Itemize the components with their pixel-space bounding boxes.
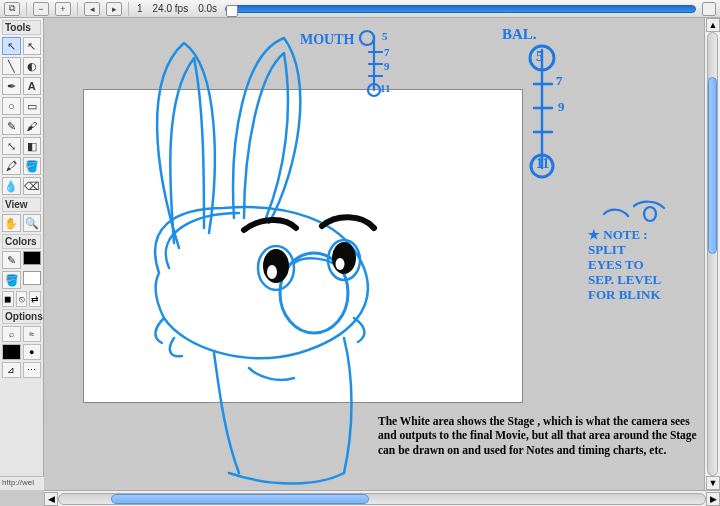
next-keyframe-button[interactable]: ▸ <box>106 2 122 16</box>
anno-mouth-mark-7: 7 <box>384 46 390 59</box>
anno-mouth-mark-9: 9 <box>384 60 390 73</box>
timeline-end-button[interactable] <box>702 2 716 16</box>
tools-header: Tools <box>2 20 41 35</box>
bucket-icon: 🪣 <box>25 160 39 173</box>
option-straighten[interactable]: ⊿ <box>2 362 21 378</box>
stroke-color-swatch[interactable] <box>23 251 41 265</box>
zoom-out-button[interactable]: − <box>33 2 49 16</box>
toolbar-divider <box>77 2 78 16</box>
edit-scene-button[interactable]: ⧉ <box>4 2 20 16</box>
fill-transform-tool[interactable]: ◧ <box>23 137 42 155</box>
hand-icon: ✋ <box>4 217 18 230</box>
stage-workspace[interactable]: MOUTH 5 7 9 11 BAL. 5 7 9 11 ★ NOTE : SP… <box>44 18 720 490</box>
option-snap[interactable]: ⌕ <box>2 326 21 342</box>
option-brush-size[interactable] <box>2 344 21 360</box>
rect-icon: ▭ <box>27 100 37 113</box>
oval-tool[interactable]: ○ <box>2 97 21 115</box>
colors-header: Colors <box>2 234 41 249</box>
anno-mouth-mark-11: 11 <box>380 82 390 95</box>
timeline-toolbar: ⧉ − + ◂ ▸ 1 24.0 fps 0.0s <box>0 0 720 18</box>
anno-bal-mark-11: 11 <box>536 156 549 172</box>
lasso-icon: ◐ <box>27 60 37 73</box>
pencil-icon: ✎ <box>7 120 16 133</box>
black-white-icon: ◼ <box>4 294 11 304</box>
fps-readout: 24.0 fps <box>151 3 191 14</box>
status-url: http://wel <box>0 476 44 490</box>
pen-tool[interactable]: ✒ <box>2 77 21 95</box>
toolbar-divider <box>128 2 129 16</box>
bucket-mini-icon: 🪣 <box>5 274 19 287</box>
swap-icon: ⇄ <box>31 294 39 304</box>
current-frame: 1 <box>135 3 145 14</box>
timeline-scrubber[interactable] <box>225 5 696 13</box>
prev-keyframe-button[interactable]: ◂ <box>84 2 100 16</box>
zoom-icon: 🔍 <box>25 217 39 230</box>
option-smooth[interactable]: ≈ <box>23 326 42 342</box>
toolbar-divider <box>26 2 27 16</box>
anno-mouth-label: MOUTH <box>300 32 354 48</box>
stage-caption: The White area shows the Stage , which i… <box>378 414 698 457</box>
brush-icon: 🖌 <box>26 120 37 132</box>
text-tool[interactable]: A <box>23 77 42 95</box>
swap-colors-button[interactable]: ⇄ <box>29 291 41 307</box>
zoom-in-button[interactable]: + <box>55 2 71 16</box>
view-header: View <box>2 197 41 212</box>
scroll-down-button[interactable]: ▼ <box>706 476 720 490</box>
hscroll-track[interactable] <box>58 493 706 505</box>
eyedropper-icon: 💧 <box>4 180 18 193</box>
none-icon: ⦸ <box>19 294 25 305</box>
vertical-scrollbar[interactable]: ▲ ▼ <box>704 18 720 490</box>
scroll-up-button[interactable]: ▲ <box>706 18 720 32</box>
line-icon: ╲ <box>8 60 15 73</box>
anno-bal-mark-7: 7 <box>556 74 563 89</box>
selection-tool[interactable]: ↖ <box>2 37 21 55</box>
pencil-mini-icon: ✎ <box>7 254 16 267</box>
anno-note: ★ NOTE : SPLIT EYES TO SEP. LEVEL FOR BL… <box>588 228 661 303</box>
zoom-tool[interactable]: 🔍 <box>23 214 42 232</box>
vscroll-thumb[interactable] <box>708 77 717 254</box>
hand-tool[interactable]: ✋ <box>2 214 21 232</box>
options-header: Options <box>2 309 41 324</box>
svg-point-7 <box>360 31 374 45</box>
oval-icon: ○ <box>8 100 15 112</box>
transform-icon: ⤡ <box>7 140 16 153</box>
scroll-left-button[interactable]: ◀ <box>44 492 58 506</box>
eraser-tool[interactable]: ⌫ <box>23 177 42 195</box>
rectangle-tool[interactable]: ▭ <box>23 97 42 115</box>
vscroll-track[interactable] <box>707 32 718 476</box>
elapsed-readout: 0.0s <box>196 3 219 14</box>
eyedropper-tool[interactable]: 💧 <box>2 177 21 195</box>
pen-icon: ✒ <box>7 80 16 93</box>
eraser-icon: ⌫ <box>24 180 40 193</box>
fill-transform-icon: ◧ <box>27 140 37 153</box>
subselect-icon: ↖ <box>27 40 36 53</box>
horizontal-scrollbar[interactable]: ◀ ▶ <box>44 490 720 506</box>
ink-bottle-tool[interactable]: 🖍 <box>2 157 21 175</box>
free-transform-tool[interactable]: ⤡ <box>2 137 21 155</box>
stroke-swatch-tool[interactable]: ✎ <box>2 251 21 269</box>
default-colors-button[interactable]: ◼ <box>2 291 14 307</box>
lasso-tool[interactable]: ◐ <box>23 57 42 75</box>
paint-bucket-tool[interactable]: 🪣 <box>23 157 42 175</box>
svg-point-11 <box>644 207 656 221</box>
scroll-right-button[interactable]: ▶ <box>706 492 720 506</box>
pencil-tool[interactable]: ✎ <box>2 117 21 135</box>
option-misc[interactable]: ⋯ <box>23 362 42 378</box>
hscroll-thumb[interactable] <box>111 494 369 504</box>
anno-bal-label: BAL. <box>502 26 537 43</box>
ink-icon: 🖍 <box>6 160 17 172</box>
stage[interactable] <box>84 90 522 402</box>
fill-swatch-tool[interactable]: 🪣 <box>2 271 21 289</box>
anno-bal-mark-5: 5 <box>536 48 544 65</box>
subselection-tool[interactable]: ↖ <box>23 37 42 55</box>
arrow-icon: ↖ <box>7 40 16 53</box>
option-brush-shape[interactable]: ● <box>23 344 42 360</box>
anno-bal-mark-9: 9 <box>558 100 565 115</box>
fill-color-swatch[interactable] <box>23 271 41 285</box>
line-tool[interactable]: ╲ <box>2 57 21 75</box>
brush-tool[interactable]: 🖌 <box>23 117 42 135</box>
tools-panel: Tools ↖ ↖ ╲ ◐ ✒ A ○ ▭ ✎ 🖌 ⤡ ◧ 🖍 🪣 💧 ⌫ Vi… <box>0 18 44 490</box>
text-icon: A <box>28 80 36 92</box>
no-color-button[interactable]: ⦸ <box>16 291 28 307</box>
anno-mouth-mark-5: 5 <box>382 30 388 43</box>
